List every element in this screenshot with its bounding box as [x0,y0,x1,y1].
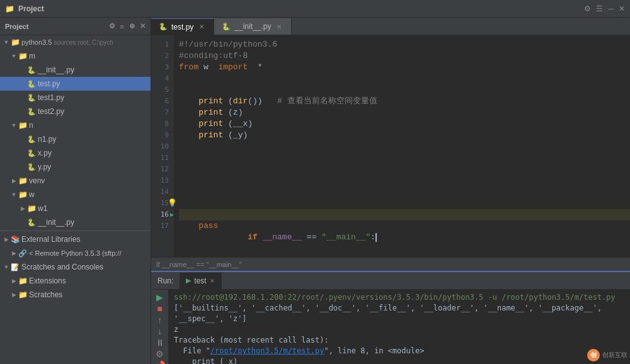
tree-item-venv[interactable]: ▶ 📁 venv [0,174,151,188]
line-num-4: 4 [151,73,174,84]
line-num-7: 7 [151,107,174,118]
tree-item-extensions[interactable]: ▶ 📁 Extensions [0,274,151,288]
line-num-11: 11 [151,152,174,164]
expand-icon[interactable]: ⊕ [129,22,135,30]
run-output[interactable]: ssh://root@192.168.1.200:22/root/.pyenv/… [169,290,630,364]
run-toolbar: ▶ ■ ↑ ↓ ⏸ ⚙ 📌 [151,290,169,364]
line-numbers: 1 2 3 4 5 6 7 8 9 10 11 12 13 14 [151,35,174,257]
run-tab-icon: ▶ [186,276,191,285]
tree-item-x[interactable]: 🐍 x.py [0,146,151,160]
tree-item-n[interactable]: ▼ 📁 n [0,118,151,132]
remote-icon: 🔗 [18,249,28,258]
sort-icon[interactable]: ≡ [120,23,124,30]
tree-item-remote[interactable]: ▶ 🔗 < Remote Python 3.5.3 (sftp:// [0,246,151,260]
project-icon: 📁 [5,4,14,13]
output-line-1: ssh://root@192.168.1.200:22/root/.pyenv/… [174,292,625,303]
tree-item-scratches[interactable]: ▼ 📝 Scratches and Consoles [0,260,151,274]
code-editor[interactable]: 1 2 3 4 5 6 7 8 9 10 11 12 13 14 [151,35,630,271]
title-bar: 📁 Project ⚙ ☰ ─ ✕ [0,0,630,18]
close-icon[interactable]: ✕ [619,4,625,13]
separator [0,230,151,231]
run-tab-test[interactable]: ▶ test ✕ [180,273,221,289]
layout-icon[interactable]: ☰ [596,4,603,13]
code-line-13 [179,175,630,186]
line-num-3: 3 [151,62,174,73]
tab-test-close[interactable]: ✕ [197,23,206,31]
sidebar-title: Project [5,23,106,30]
run-label: Run: [151,272,180,290]
tree-item-init-m[interactable]: 🐍 __init__.py [0,63,151,77]
tab-init-close[interactable]: ✕ [275,22,284,31]
py-file-icon: 🐍 [26,94,37,102]
tree-item-test2[interactable]: 🐍 test2.py [0,105,151,118]
run-play-button[interactable]: ▶ [154,292,166,302]
watermark: 创 创新互联 [587,349,627,361]
gear-icon[interactable]: ⚙ [109,22,115,30]
tree-item-scratches-sub[interactable]: ▶ 📁 Scratches [0,288,151,302]
tree-item-test[interactable]: 🐍 test.py [0,77,151,91]
close-sidebar-icon[interactable]: ✕ [140,22,146,30]
run-up-button[interactable]: ↑ [154,315,166,325]
code-line-17: pass [179,220,630,232]
arrow-icon: ▼ [3,39,10,45]
folder-icon: 📁 [26,204,37,213]
arrow-icon: ▼ [3,264,10,270]
minus-icon[interactable]: ─ [608,4,614,13]
arrow-icon: ▶ [10,178,18,184]
line-num-14: 14 [151,186,174,198]
file-link[interactable]: /root/python3.5/m/test.py [210,346,324,355]
output-line-3: z [174,324,625,335]
code-line-9: print (_y) [179,130,630,141]
tree-item-y[interactable]: 🐍 y.py [0,160,151,174]
code-line-10 [179,141,630,152]
code-line-16: ▶ if __name__ == "__main__": [179,209,630,220]
output-line-5: File "/root/python3.5/m/test.py", line 8… [174,346,625,356]
run-stop-button[interactable]: ■ [154,304,166,314]
line-num-10: 10 [151,141,174,152]
watermark-text: 创新互联 [602,351,627,360]
py-tab-icon2: 🐍 [222,23,231,31]
tab-test[interactable]: 🐍 test.py ✕ [151,18,214,35]
run-arrow-icon: ▶ [170,210,174,221]
arrow-icon: ▶ [3,236,10,242]
arrow-icon: ▶ [10,278,18,284]
code-lines: #!/usr/bin/python3.6 #conding:utf-8 from… [174,35,630,257]
arrow-icon: ▶ [10,292,18,298]
tab-test-label: test.py [171,23,193,31]
output-line-4: Traceback (most recent call last): [174,335,625,346]
settings-icon[interactable]: ⚙ [584,4,591,13]
py-file-icon: 🐍 [26,66,37,74]
run-pin-button[interactable]: 📌 [154,360,166,364]
line-num-2: 2 [151,50,174,62]
code-line-5 [179,84,630,96]
tree-item-w1[interactable]: ▶ 📁 w1 [0,202,151,215]
run-tab-label: test [194,276,206,285]
run-tab-close[interactable]: ✕ [210,278,215,284]
run-tab-bar: Run: ▶ test ✕ [151,272,630,290]
folder-icon: 📁 [18,276,28,285]
tree-item-w[interactable]: ▼ 📁 w [0,188,151,202]
tree-item-test1[interactable]: 🐍 test1.py [0,91,151,105]
code-line-11 [179,152,630,164]
py-file-icon: 🐍 [26,163,37,171]
run-settings-button[interactable]: ⚙ [154,349,166,359]
arrow-icon: ▶ [10,250,18,256]
tree-item-init-w[interactable]: 🐍 __init__.py [0,215,151,229]
py-file-icon: 🐍 [26,149,37,157]
run-down-button[interactable]: ↓ [154,326,166,336]
line-num-12: 12 [151,164,174,175]
py-file-icon: 🐍 [26,80,37,88]
tree-item-ext-lib[interactable]: ▶ 📚 External Libraries [0,232,151,246]
code-line-15: 💡 [179,198,630,209]
title-bar-title: Project [18,4,44,13]
line-num-1: 1 [151,39,174,50]
tab-init[interactable]: 🐍 __init__.py ✕ [214,18,292,35]
output-line-2: ['__builtins__', '__cached__', '__doc__'… [174,303,625,324]
tree-item-python35[interactable]: ▼ 📁 python3.5 sources root, C:\pych [0,35,151,49]
tree-item-n1[interactable]: 🐍 n1.py [0,132,151,146]
line-num-13: 13 [151,175,174,186]
run-pause-button[interactable]: ⏸ [154,338,166,348]
code-line-2: #conding:utf-8 [179,50,630,62]
tree-item-m[interactable]: ▼ 📁 m [0,49,151,63]
line-num-6: 6 [151,96,174,107]
